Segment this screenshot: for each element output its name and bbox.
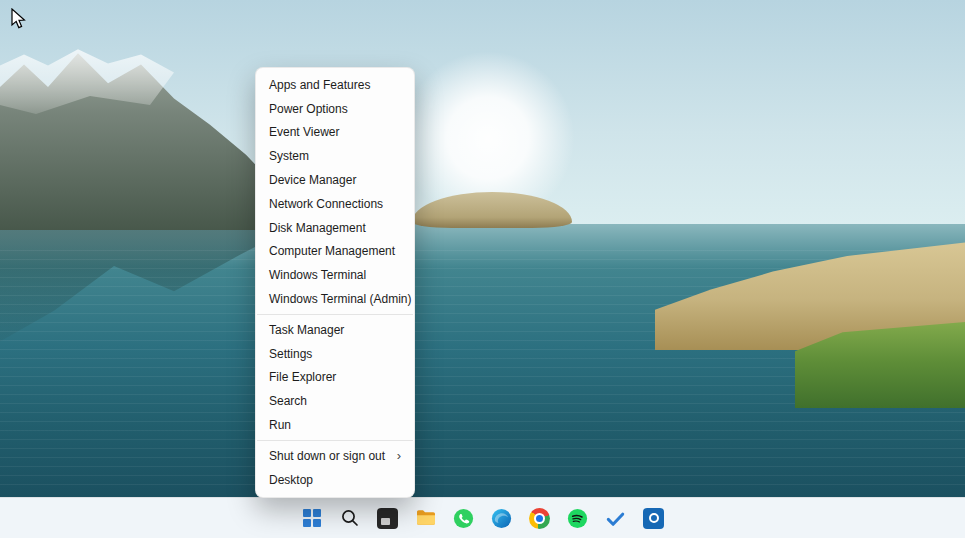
menu-item-label: Task Manager <box>269 323 344 337</box>
menu-item-label: Power Options <box>269 102 348 116</box>
dark-app-icon <box>377 508 398 529</box>
todo-checkmark-icon <box>604 507 627 530</box>
spotify-button[interactable] <box>562 502 594 534</box>
menu-item-windows-terminal[interactable]: Windows Terminal <box>256 263 414 287</box>
start-button[interactable] <box>296 502 328 534</box>
file-explorer-button[interactable] <box>410 502 442 534</box>
menu-item-settings[interactable]: Settings <box>256 342 414 366</box>
edge-button[interactable] <box>486 502 518 534</box>
menu-item-label: Settings <box>269 347 312 361</box>
menu-item-label: Search <box>269 394 307 408</box>
menu-item-label: Windows Terminal (Admin) <box>269 292 411 306</box>
mouse-cursor-icon <box>10 8 28 32</box>
menu-item-label: Apps and Features <box>269 78 370 92</box>
desktop-wallpaper <box>0 0 965 538</box>
menu-item-power-options[interactable]: Power Options <box>256 97 414 121</box>
menu-item-label: Run <box>269 418 291 432</box>
search-icon <box>339 507 361 529</box>
whatsapp-button[interactable] <box>448 502 480 534</box>
windows-logo-icon <box>303 509 321 527</box>
menu-item-desktop[interactable]: Desktop <box>256 468 414 492</box>
menu-item-task-manager[interactable]: Task Manager <box>256 318 414 342</box>
file-explorer-folder-icon <box>414 506 438 530</box>
whatsapp-icon <box>452 507 475 530</box>
edge-icon <box>490 507 513 530</box>
menu-item-label: File Explorer <box>269 370 336 384</box>
blue-ring-app-icon <box>643 508 664 529</box>
menu-item-label: Computer Management <box>269 244 395 258</box>
menu-item-apps-and-features[interactable]: Apps and Features <box>256 73 414 97</box>
menu-item-label: Network Connections <box>269 197 383 211</box>
menu-item-file-explorer[interactable]: File Explorer <box>256 366 414 390</box>
menu-item-device-manager[interactable]: Device Manager <box>256 168 414 192</box>
menu-item-label: Event Viewer <box>269 125 339 139</box>
chevron-right-icon: › <box>397 449 401 462</box>
chrome-button[interactable] <box>524 502 556 534</box>
menu-item-label: System <box>269 149 309 163</box>
search-button[interactable] <box>334 502 366 534</box>
blue-ring-app-button[interactable] <box>638 502 670 534</box>
menu-separator <box>257 314 413 315</box>
menu-item-disk-management[interactable]: Disk Management <box>256 216 414 240</box>
menu-item-network-connections[interactable]: Network Connections <box>256 192 414 216</box>
winx-context-menu: Apps and Features Power Options Event Vi… <box>255 67 415 498</box>
menu-item-search[interactable]: Search <box>256 389 414 413</box>
menu-item-run[interactable]: Run <box>256 413 414 437</box>
menu-item-shut-down-or-sign-out[interactable]: Shut down or sign out › <box>256 444 414 468</box>
spotify-icon <box>566 507 589 530</box>
menu-item-label: Windows Terminal <box>269 268 366 282</box>
menu-item-windows-terminal-admin[interactable]: Windows Terminal (Admin) <box>256 287 414 311</box>
dark-app-button[interactable] <box>372 502 404 534</box>
menu-item-label: Shut down or sign out <box>269 449 385 463</box>
menu-separator <box>257 440 413 441</box>
menu-item-system[interactable]: System <box>256 144 414 168</box>
taskbar <box>0 497 965 538</box>
todo-button[interactable] <box>600 502 632 534</box>
menu-item-label: Disk Management <box>269 221 366 235</box>
chrome-icon <box>529 508 550 529</box>
menu-item-computer-management[interactable]: Computer Management <box>256 240 414 264</box>
menu-item-label: Device Manager <box>269 173 356 187</box>
menu-item-label: Desktop <box>269 473 313 487</box>
menu-item-event-viewer[interactable]: Event Viewer <box>256 121 414 145</box>
